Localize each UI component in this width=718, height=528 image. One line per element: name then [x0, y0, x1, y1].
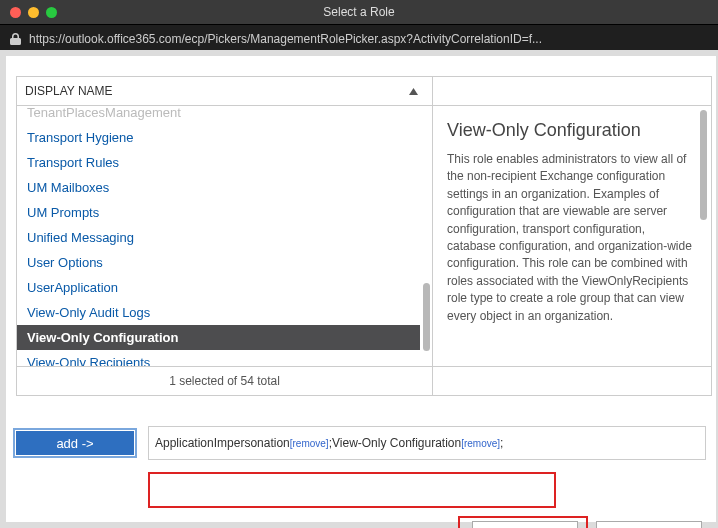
detail-header-blank — [433, 77, 711, 106]
role-list-item[interactable]: TenantPlacesManagement — [17, 106, 420, 125]
dialog-backdrop: DISPLAY NAME TenantPlacesManagementTrans… — [0, 50, 718, 528]
sort-ascending-icon — [409, 84, 418, 98]
role-list-item[interactable]: View-Only Audit Logs — [17, 300, 420, 325]
selected-roles-field[interactable]: ApplicationImpersonation [remove]; View-… — [148, 426, 706, 460]
role-detail-title: View-Only Configuration — [447, 120, 693, 141]
role-list-panel: DISPLAY NAME TenantPlacesManagementTrans… — [16, 76, 432, 396]
selected-role-name: ApplicationImpersonation — [155, 436, 290, 450]
role-list-item[interactable]: Transport Rules — [17, 150, 420, 175]
role-list-item[interactable]: UM Mailboxes — [17, 175, 420, 200]
role-list-item[interactable]: View-Only Configuration — [17, 325, 420, 350]
separator: ; — [500, 436, 503, 450]
url-text: https://outlook.office365.com/ecp/Picker… — [29, 32, 542, 46]
window-titlebar: Select a Role — [0, 0, 718, 24]
scrollbar-thumb[interactable] — [423, 283, 430, 351]
lock-icon — [10, 33, 21, 45]
window-title: Select a Role — [0, 5, 718, 19]
ok-button[interactable]: OK — [472, 521, 578, 528]
role-list-item[interactable]: UM Prompts — [17, 200, 420, 225]
role-detail-description: This role enables administrators to view… — [447, 151, 693, 325]
selected-role-name: View-Only Configuration — [332, 436, 461, 450]
role-list-item[interactable]: View-Only Recipients — [17, 350, 420, 366]
remove-link[interactable]: [remove] — [290, 438, 329, 449]
scrollbar[interactable] — [423, 108, 430, 364]
annotation-box-selection — [148, 472, 556, 508]
detail-scrollbar[interactable] — [700, 108, 707, 364]
detail-scrollbar-thumb[interactable] — [700, 110, 707, 220]
role-detail-panel: View-Only Configuration This role enable… — [432, 76, 712, 396]
role-list-item[interactable]: UserApplication — [17, 275, 420, 300]
role-list-item[interactable]: Unified Messaging — [17, 225, 420, 250]
role-list-body: TenantPlacesManagementTransport HygieneT… — [17, 106, 432, 366]
selection-count: 1 selected of 54 total — [17, 366, 432, 395]
cancel-button[interactable]: Cancel — [596, 521, 702, 528]
remove-link[interactable]: [remove] — [461, 438, 500, 449]
detail-footer-blank — [433, 366, 711, 395]
add-button[interactable]: add -> — [16, 431, 134, 455]
column-header-label: DISPLAY NAME — [25, 84, 113, 98]
role-list-item[interactable]: User Options — [17, 250, 420, 275]
role-picker-dialog: DISPLAY NAME TenantPlacesManagementTrans… — [6, 56, 716, 522]
role-list-item[interactable]: Transport Hygiene — [17, 125, 420, 150]
column-header-display-name[interactable]: DISPLAY NAME — [17, 77, 432, 106]
